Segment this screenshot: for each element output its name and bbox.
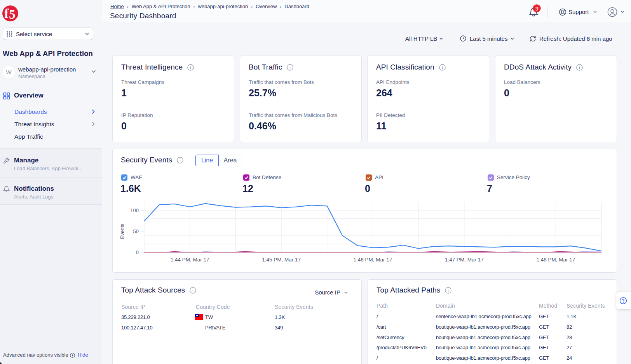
svg-text:5: 5 — [9, 7, 16, 21]
svg-text:1:46 PM, Mar 17: 1:46 PM, Mar 17 — [354, 257, 392, 263]
svg-text:Events: Events — [119, 223, 125, 239]
svg-text:f: f — [4, 6, 9, 21]
svg-text:0: 0 — [136, 249, 139, 255]
svg-text:3: 3 — [535, 6, 539, 12]
svg-text:1:44 PM, Mar 17: 1:44 PM, Mar 17 — [171, 257, 209, 263]
svg-text:50: 50 — [133, 228, 139, 234]
svg-text:100: 100 — [130, 207, 139, 213]
svg-text:1:47 PM, Mar 17: 1:47 PM, Mar 17 — [445, 257, 484, 263]
svg-text:1:48 PM, Mar 17: 1:48 PM, Mar 17 — [536, 257, 575, 263]
svg-text:1:45 PM, Mar 17: 1:45 PM, Mar 17 — [262, 257, 301, 263]
